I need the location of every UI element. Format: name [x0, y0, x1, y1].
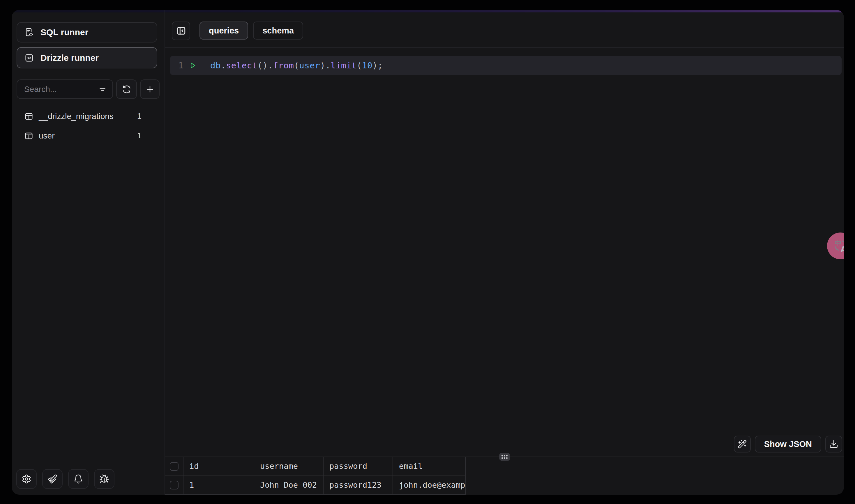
search-row: [17, 79, 160, 99]
table-count-badge: 1: [137, 112, 152, 121]
main-panel: queries schema 1 db.select().from(user).…: [165, 10, 844, 495]
tab-label: queries: [209, 26, 239, 36]
settings-icon: [21, 474, 32, 484]
code-square-icon: [24, 53, 34, 63]
results-actions: Show JSON: [734, 436, 842, 452]
report-bug-button[interactable]: [94, 469, 115, 489]
sidebar-item-label: Drizzle runner: [40, 53, 99, 63]
select-all-cell: [165, 457, 183, 475]
sql-file-code-icon: [24, 28, 34, 37]
filter-icon[interactable]: [98, 85, 107, 94]
cell-email[interactable]: john.doe@examp: [393, 475, 466, 494]
table-name: user: [39, 131, 54, 141]
app-window: SQL runner Drizzle runner: [12, 10, 844, 495]
code-text: db.select().from(user).limit(10);: [210, 60, 383, 70]
theme-button[interactable]: [42, 469, 63, 489]
show-json-button[interactable]: Show JSON: [755, 436, 821, 452]
column-header-password[interactable]: password: [323, 457, 393, 475]
format-button[interactable]: [734, 436, 751, 452]
wand-sparkles-icon: [738, 439, 747, 449]
editor-active-line[interactable]: 1 db.select().from(user).limit(10);: [170, 56, 842, 75]
screen: SQL runner Drizzle runner: [0, 0, 855, 504]
download-button[interactable]: [825, 436, 842, 452]
table-icon: [24, 112, 34, 121]
select-all-checkbox[interactable]: [170, 462, 178, 471]
add-table-button[interactable]: [140, 79, 160, 99]
results-table: id username password email 1 John D: [165, 457, 466, 495]
sidebar-item-user-table[interactable]: user 1: [17, 126, 160, 145]
panel-resize-divider[interactable]: [165, 456, 844, 457]
drag-handle-dots: [502, 455, 508, 459]
download-icon: [829, 439, 838, 449]
bell-icon: [73, 474, 83, 484]
query-editor[interactable]: 1 db.select().from(user).limit(10);: [165, 48, 844, 456]
row-select-cell: [165, 475, 183, 494]
collapse-sidebar-button[interactable]: [172, 21, 190, 40]
settings-button[interactable]: [16, 469, 37, 489]
tab-queries[interactable]: queries: [199, 21, 248, 40]
row-checkbox[interactable]: [170, 481, 178, 489]
sidebar-item-drizzle-migrations-table[interactable]: __drizzle_migrations 1: [17, 107, 160, 126]
plus-icon: [145, 84, 155, 94]
sidebar-item-drizzle-runner[interactable]: Drizzle runner: [17, 47, 157, 68]
drag-handle[interactable]: [499, 453, 510, 461]
sidebar-footer: [16, 469, 115, 489]
results-panel: id username password email 1 John D: [165, 457, 844, 495]
tab-label: schema: [262, 26, 294, 36]
search-box: [17, 79, 113, 99]
line-number: 1: [170, 60, 184, 70]
panel-left-collapse-icon: [176, 25, 186, 36]
sidebar: SQL runner Drizzle runner: [12, 10, 165, 495]
sidebar-item-label: SQL runner: [40, 28, 88, 37]
table-count-badge: 1: [137, 131, 152, 140]
notifications-button[interactable]: [68, 469, 89, 489]
tab-schema[interactable]: schema: [253, 21, 303, 40]
cell-id[interactable]: 1: [183, 475, 254, 494]
cell-password[interactable]: password123: [323, 475, 393, 494]
table-icon: [24, 131, 34, 141]
paintbrush-icon: [48, 474, 57, 484]
cell-username[interactable]: John Doe 002: [254, 475, 323, 494]
column-header-email[interactable]: email: [393, 457, 466, 475]
translate-icon: 中 A: [832, 237, 844, 254]
bug-icon: [99, 474, 109, 484]
refresh-button[interactable]: [116, 79, 137, 99]
show-json-label: Show JSON: [764, 439, 812, 449]
refresh-icon: [122, 84, 132, 94]
svg-text:A: A: [840, 244, 844, 254]
play-icon[interactable]: [189, 61, 197, 70]
main-toolbar: queries schema: [165, 10, 844, 48]
sidebar-item-sql-runner[interactable]: SQL runner: [17, 22, 157, 42]
table-row[interactable]: 1 John Doe 002 password123 john.doe@exam…: [165, 475, 466, 494]
table-list: __drizzle_migrations 1 user 1: [17, 107, 160, 145]
table-name: __drizzle_migrations: [39, 112, 114, 121]
column-header-username[interactable]: username: [254, 457, 323, 475]
column-header-id[interactable]: id: [183, 457, 254, 475]
results-header-row: id username password email: [165, 457, 466, 475]
